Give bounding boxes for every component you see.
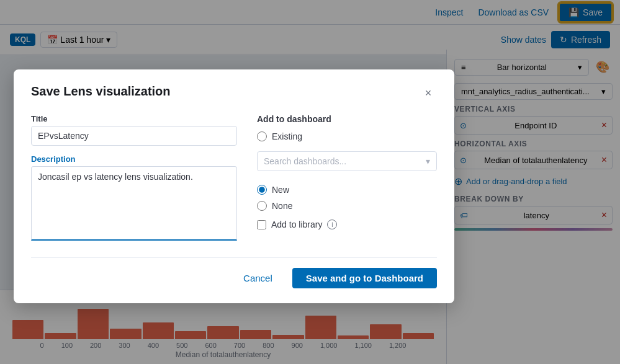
save-dashboard-button[interactable]: Save and go to Dashboard bbox=[292, 268, 437, 288]
radio-new-input[interactable] bbox=[257, 185, 267, 195]
description-textarea[interactable]: Joncasil ep vs latency lens visualizatio… bbox=[31, 166, 237, 241]
radio-existing-label: Existing bbox=[272, 131, 302, 141]
radio-new[interactable]: New bbox=[257, 185, 437, 195]
title-input[interactable] bbox=[31, 126, 237, 146]
save-modal: Save Lens visualization × Title Descript… bbox=[14, 69, 454, 303]
search-dashboards-dropdown[interactable]: Search dashboards... ▾ bbox=[257, 151, 437, 171]
modal-left-section: Title Description Joncasil ep vs latency… bbox=[31, 114, 237, 242]
page-background: Inspect Download as CSV 💾 Save KQL 📅 Las… bbox=[0, 0, 620, 364]
radio-existing-input[interactable] bbox=[257, 131, 267, 141]
radio-new-label: New bbox=[272, 185, 289, 195]
title-label: Title bbox=[31, 114, 237, 123]
cancel-button[interactable]: Cancel bbox=[231, 268, 285, 288]
modal-body: Title Description Joncasil ep vs latency… bbox=[31, 114, 437, 242]
modal-close-button[interactable]: × bbox=[420, 84, 437, 102]
modal-header: Save Lens visualization × bbox=[31, 84, 437, 102]
radio-none[interactable]: None bbox=[257, 201, 437, 211]
search-placeholder: Search dashboards... bbox=[264, 156, 346, 166]
radio-existing[interactable]: Existing bbox=[257, 131, 437, 141]
library-checkbox-input[interactable] bbox=[257, 220, 266, 229]
add-to-library-checkbox[interactable]: Add to library i bbox=[257, 220, 437, 229]
add-to-dashboard-label: Add to dashboard bbox=[257, 114, 437, 124]
chevron-down-icon: ▾ bbox=[426, 156, 430, 166]
add-to-library-label: Add to library bbox=[271, 220, 322, 229]
radio-none-label: None bbox=[272, 201, 292, 211]
modal-title: Save Lens visualization bbox=[31, 84, 171, 99]
radio-none-input[interactable] bbox=[257, 201, 267, 211]
info-icon[interactable]: i bbox=[327, 220, 337, 229]
modal-footer: Cancel Save and go to Dashboard bbox=[31, 257, 437, 288]
radio-group: Existing Search dashboards... ▾ New None bbox=[257, 131, 437, 211]
modal-right-section: Add to dashboard Existing Search dashboa… bbox=[257, 114, 437, 242]
description-label: Description bbox=[31, 154, 237, 164]
